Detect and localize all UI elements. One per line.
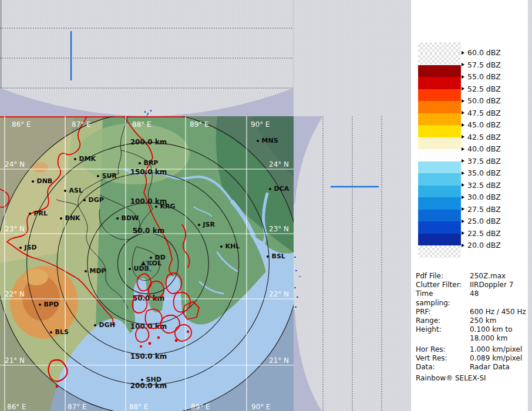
scale-tick-label: 57.5 dBZ <box>462 60 501 69</box>
city-label-PRL: PRL <box>34 210 48 217</box>
beam-blockage-wedge-south <box>294 310 322 411</box>
range-ring-label: 150.0 km <box>130 352 167 361</box>
city-label-DMK: DMK <box>79 155 96 163</box>
scale-band <box>418 186 461 198</box>
city-dot-DGP <box>83 199 86 201</box>
right-edge-margin <box>528 0 532 411</box>
scale-tick-label: 35.0 dBZ <box>462 169 501 177</box>
longitude-label-top: 90° E <box>251 120 270 129</box>
city-dot-DGH <box>94 324 96 326</box>
info-value: 250 km <box>470 316 496 325</box>
beam-blockage-wedge <box>0 88 294 116</box>
scale-band <box>418 65 461 78</box>
tick-arrow-icon <box>462 183 464 187</box>
info-row: Clutter Filter:IIRDoppler 7 <box>416 281 528 289</box>
city-label-UDB: UDB <box>134 265 149 272</box>
tick-arrow-icon <box>462 123 464 127</box>
longitude-label-top: 89° E <box>190 120 209 129</box>
latitude-label-left: 24° N <box>5 160 25 169</box>
tick-arrow-icon <box>462 171 464 175</box>
city-dot-DMK <box>74 158 76 160</box>
info-label: Hor Res: <box>416 345 470 354</box>
range-ring-label: 200.0 km <box>130 138 167 146</box>
city-dot-UDB <box>129 268 131 270</box>
scale-tick-label: 60.0 dBZ <box>462 48 501 57</box>
city-label-KHL: KHL <box>225 242 240 250</box>
scale-band <box>418 173 461 186</box>
info-label: Pdf File: <box>416 272 470 281</box>
info-row: Time sampling:48 <box>416 289 528 307</box>
city-dot-JSD <box>19 247 22 249</box>
info-row: Pdf File:250Z.max <box>416 272 528 281</box>
scale-band <box>418 113 461 126</box>
city-label-SHD: SHD <box>146 376 161 383</box>
info-label: Vert Res: <box>416 354 470 363</box>
radar-map: 86° E86° E87° E87° E88° E88° E89° E89° E… <box>0 116 294 411</box>
scale-band <box>418 221 461 234</box>
tick-arrow-icon <box>462 51 464 55</box>
info-row: Hor Res:1.000 km/pixel <box>416 345 528 354</box>
scale-band <box>418 161 461 174</box>
longitude-label-top: 86° E <box>12 120 31 129</box>
tick-arrow-icon <box>462 207 464 211</box>
height-axis-corner: 18.0 km 0.1 km <box>294 0 415 116</box>
info-row: Data:Radar Data <box>416 363 528 372</box>
longitude-label-bottom: 88° E <box>129 403 149 411</box>
info-label: Height: <box>416 325 470 343</box>
longitude-label-top: 88° E <box>132 120 151 129</box>
city-label-JSR: JSR <box>203 221 216 228</box>
longitude-label-bottom: 87° E <box>68 403 87 411</box>
beam-blockage-wedge-north <box>294 116 323 204</box>
scale-tick-label: 25.0 dBZ <box>462 217 501 225</box>
tick-arrow-icon <box>462 231 464 235</box>
tick-arrow-icon <box>462 99 464 103</box>
software-brand: Rainbow® SELEX-SI <box>416 374 528 383</box>
scale-tick-label: 27.5 dBZ <box>462 205 501 214</box>
latitude-label-right: 24° N <box>269 160 289 169</box>
tick-arrow-icon <box>462 220 464 223</box>
info-row: Vert Res:0.089 km/pixel <box>416 354 528 363</box>
city-label-DNB: DNB <box>37 177 53 185</box>
scale-band <box>418 77 461 89</box>
range-ring-label: 150.0 km <box>130 168 167 176</box>
scale-band <box>418 101 461 113</box>
city-dot-MDP <box>85 270 87 272</box>
latitude-label-right: 23° N <box>269 225 289 233</box>
city-dot-BRP <box>139 162 141 164</box>
scale-tick-label: 40.0 dBZ <box>462 144 501 153</box>
city-dot-BLS <box>50 331 52 333</box>
city-dot-KHL <box>220 245 223 248</box>
scale-tick-label: 50.0 dBZ <box>462 96 501 105</box>
city-dot-DD <box>150 257 152 259</box>
city-label-BLS: BLS <box>55 328 69 336</box>
city-dot-JSR <box>198 224 200 226</box>
longitude-label-bottom: 86° E <box>7 403 26 411</box>
city-dot-BSL <box>267 255 269 258</box>
scale-band-above-max <box>418 42 461 53</box>
scale-band <box>418 137 461 150</box>
city-label-ASL: ASL <box>69 187 83 194</box>
city-dot-ASL <box>64 190 66 192</box>
scale-tick-label: 52.5 dBZ <box>462 85 501 93</box>
latitude-label-left: 21° N <box>5 356 25 365</box>
info-value: IIRDoppler 7 <box>470 281 513 289</box>
scale-band <box>418 53 461 65</box>
echo-specks-right-panel <box>294 257 301 308</box>
info-label: Data: <box>416 363 470 372</box>
scale-band <box>418 210 461 222</box>
scale-tick-label: 30.0 dBZ <box>462 193 501 201</box>
tick-arrow-icon <box>462 159 464 163</box>
city-label-JSD: JSD <box>24 244 37 251</box>
latitude-label-left: 22° N <box>5 290 25 298</box>
city-label-BRP: BRP <box>144 159 159 167</box>
city-dot-SHD <box>141 379 143 381</box>
city-label-BSL: BSL <box>272 252 285 260</box>
latitude-label-right: 22° N <box>269 290 289 298</box>
tick-arrow-icon <box>462 111 464 114</box>
city-label-DGH: DGH <box>99 321 115 329</box>
city-dot-BPD <box>39 304 41 306</box>
longitude-label-bottom: 89° E <box>191 403 210 411</box>
top-panel-plot <box>0 0 294 116</box>
scale-tick-label: 20.0 dBZ <box>462 241 501 250</box>
scale-band <box>418 89 461 102</box>
